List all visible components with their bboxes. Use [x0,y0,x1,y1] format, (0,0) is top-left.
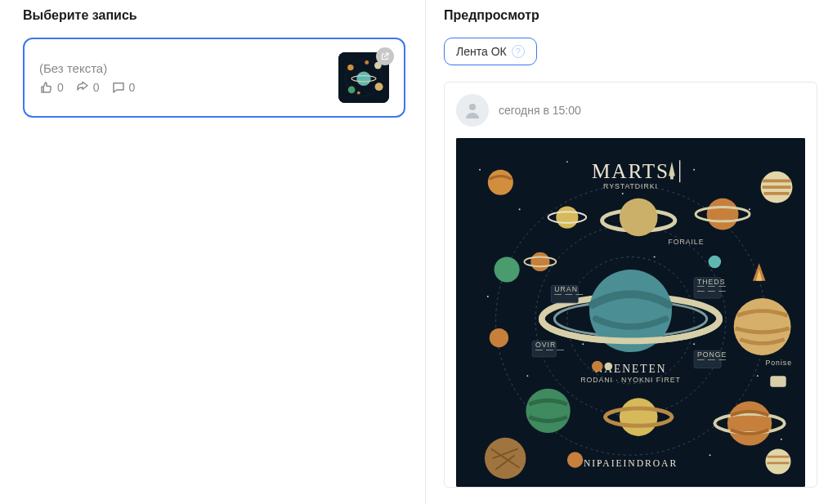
preview-pane: Предпросмотр Лента ОК ? сегодня в 15:00 [425,0,837,504]
svg-point-53 [530,252,549,271]
record-thumbnail-wrap [338,52,389,103]
illustration-title: MARTS [592,160,669,182]
share-arrow-icon [75,80,90,95]
post-timestamp: сегодня в 15:00 [499,104,581,117]
planets-illustration: MARTS RYSTATDIRKI NAENETEN [456,138,805,487]
svg-text:RYSTATDIRKI: RYSTATDIRKI [603,182,658,190]
svg-point-52 [495,257,520,283]
svg-text:FORAILE: FORAILE [668,238,704,246]
svg-point-44 [488,170,513,195]
preview-card: сегодня в 15:00 MARTS RYSTATDIR [444,82,817,488]
svg-point-19 [487,296,489,297]
svg-text:Ponise: Ponise [765,359,791,367]
svg-point-13 [519,208,521,210]
svg-point-45 [556,206,578,228]
svg-point-62 [592,361,603,372]
preview-title: Предпросмотр [444,8,817,23]
svg-point-10 [469,104,476,110]
svg-point-71 [765,448,790,474]
svg-point-55 [709,256,722,269]
record-meta: (Без текста) 0 0 0 [39,61,329,95]
comments-count: 0 [111,80,136,95]
svg-point-9 [357,91,360,95]
svg-point-20 [526,375,528,377]
svg-point-70 [567,452,583,467]
svg-point-16 [693,169,695,171]
svg-point-56 [734,298,791,355]
svg-point-48 [620,198,658,237]
svg-point-14 [566,161,568,163]
svg-point-26 [781,439,782,440]
svg-point-25 [709,454,711,456]
svg-point-6 [375,83,383,91]
svg-text:— — —: — — — [697,355,727,364]
svg-text:— — —: — — — [697,287,727,295]
svg-point-28 [582,343,584,345]
svg-text:— — —: — — — [554,290,584,298]
svg-point-12 [479,169,481,171]
svg-point-15 [622,193,624,194]
avatar [456,94,489,127]
svg-point-17 [749,208,750,210]
external-link-icon [380,51,390,61]
preview-image: MARTS RYSTATDIRKI NAENETEN [456,138,805,487]
external-link-badge[interactable] [376,47,394,65]
svg-point-63 [604,363,612,371]
svg-point-7 [348,87,356,94]
svg-point-21 [757,375,759,377]
svg-point-58 [727,401,772,445]
select-record-pane: Выберите запись (Без текста) 0 0 0 [0,0,425,504]
shares-count: 0 [75,80,100,95]
thumbs-up-icon [39,80,54,95]
svg-point-49 [707,198,739,230]
svg-rect-57 [770,376,786,387]
svg-text:RODANI · NYOKNI FIRET: RODANI · NYOKNI FIRET [580,376,681,384]
svg-point-2 [356,72,370,86]
svg-point-69 [490,328,508,347]
record-placeholder-text: (Без текста) [39,61,329,75]
record-card[interactable]: (Без текста) 0 0 0 [23,38,405,118]
feed-ok-chip[interactable]: Лента ОК ? [444,38,537,65]
likes-count: 0 [39,80,64,95]
svg-point-4 [347,65,353,70]
svg-point-27 [654,256,656,258]
svg-point-8 [365,60,369,65]
svg-point-64 [526,389,570,433]
record-counts: 0 0 0 [39,80,329,95]
select-record-title: Выберите запись [23,8,405,23]
svg-point-29 [693,343,695,345]
svg-point-60 [620,398,658,436]
help-icon[interactable]: ? [512,45,525,58]
svg-text:— — —: — — — [535,346,565,354]
feed-ok-chip-label: Лента ОК [456,45,507,58]
comment-icon [111,80,126,95]
preview-header: сегодня в 15:00 [456,94,805,127]
svg-rect-35 [670,173,674,180]
person-icon [463,100,482,120]
svg-text:NIPAIEINDROAR: NIPAIEINDROAR [584,458,678,469]
